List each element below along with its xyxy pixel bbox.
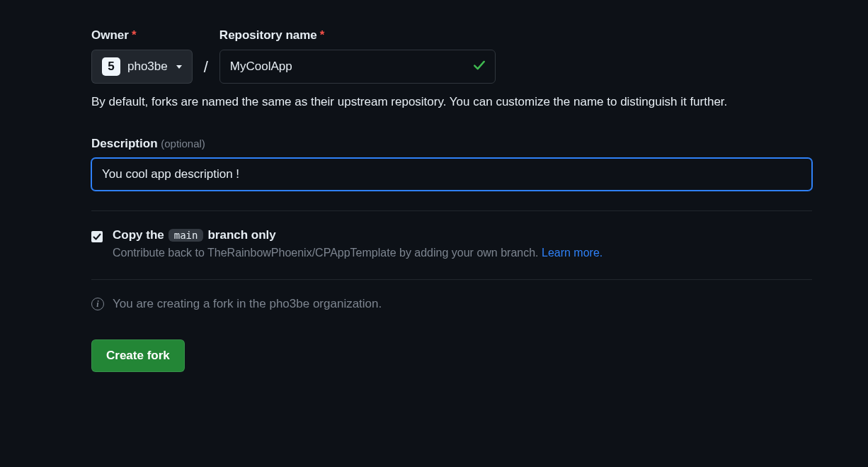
description-label: Description (optional) [91, 137, 812, 151]
owner-label: Owner* [91, 28, 193, 43]
repo-name-input[interactable] [219, 50, 496, 84]
optional-hint: (optional) [161, 137, 205, 150]
slash-separator: / [193, 58, 219, 84]
caret-down-icon [176, 65, 182, 69]
repo-name-help: By default, forks are named the same as … [91, 92, 812, 111]
description-input[interactable] [91, 158, 812, 191]
required-asterisk: * [132, 28, 137, 42]
owner-name: pho3be [127, 60, 168, 74]
branch-tag: main [169, 229, 204, 242]
learn-more-link[interactable]: Learn more. [542, 247, 603, 259]
info-icon: i [91, 298, 104, 310]
divider [91, 210, 812, 211]
required-asterisk: * [320, 28, 325, 42]
copy-branch-checkbox[interactable] [91, 231, 103, 242]
create-fork-button[interactable]: Create fork [91, 339, 185, 372]
divider [91, 279, 812, 280]
check-icon [473, 59, 486, 74]
repo-name-label: Repository name* [219, 28, 496, 43]
copy-branch-label: Copy the main branch only [113, 228, 812, 242]
copy-branch-help: Contribute back to TheRainbowPhoenix/CPA… [113, 247, 812, 259]
owner-avatar: 5 [102, 57, 120, 76]
info-text: You are creating a fork in the pho3be or… [113, 297, 382, 311]
owner-select-button[interactable]: 5 pho3be [91, 50, 193, 84]
